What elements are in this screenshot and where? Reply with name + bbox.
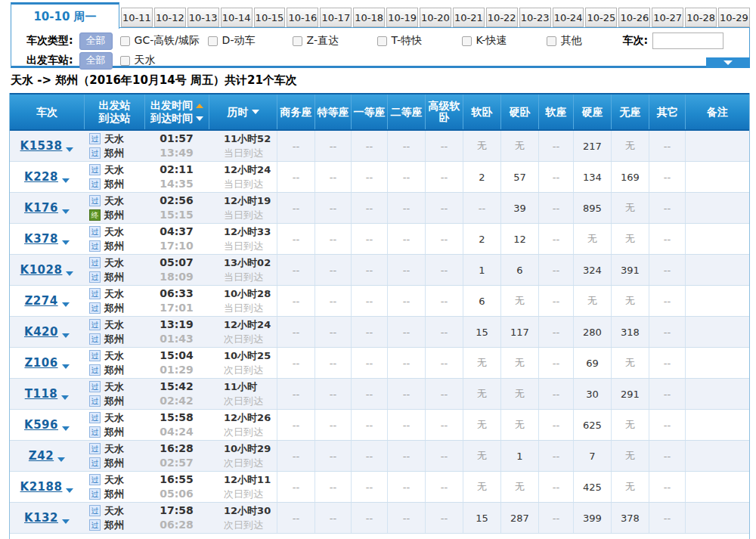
train-number-link[interactable]: K1538 (20, 139, 63, 153)
seat-avail-cell: -- (649, 441, 685, 471)
train-number-link[interactable]: K420 (24, 325, 58, 339)
expand-caret-icon[interactable] (57, 457, 65, 462)
seat-avail-cell: -- (538, 410, 573, 440)
date-tab[interactable]: 10-14 (221, 8, 253, 27)
train-type-option[interactable]: GC-高铁/城际 (120, 34, 208, 48)
date-tab-selected[interactable]: 10-10 周一 (11, 2, 119, 29)
checkbox-icon[interactable] (547, 36, 556, 46)
checkbox-icon[interactable] (377, 36, 387, 46)
to-station-badge: 终 (89, 209, 101, 221)
seat-avail-cell: -- (649, 472, 685, 502)
expand-caret-icon[interactable] (66, 147, 73, 152)
date-tab[interactable]: 10-17 (320, 8, 352, 27)
train-type-option[interactable]: 其他 (547, 34, 610, 48)
expand-caret-icon[interactable] (62, 302, 70, 307)
date-tab[interactable]: 10-23 (519, 8, 551, 27)
arrival-day-note: 次日到达 (224, 363, 277, 377)
station-option[interactable]: 天水 (120, 54, 208, 67)
train-cell: K176 (10, 193, 84, 223)
date-tab[interactable]: 10-16 (287, 8, 318, 27)
time-cell: 02:56 15:15 (144, 193, 209, 223)
date-tab[interactable]: 10-18 (353, 8, 385, 27)
expand-caret-icon[interactable] (62, 240, 70, 245)
to-station-badge: 过 (89, 457, 101, 469)
from-station-badge: 过 (89, 257, 101, 268)
date-tab[interactable]: 10-24 (553, 8, 584, 27)
train-number-link[interactable]: T118 (25, 387, 58, 401)
to-station-badge: 过 (89, 240, 101, 252)
expand-caret-icon[interactable] (62, 178, 70, 183)
header-time-sort[interactable]: 出发时间 到达时间 (144, 94, 209, 129)
seat-avail-cell: 无 (611, 286, 649, 316)
seat-avail-cell: 无 (500, 286, 538, 316)
from-station: 天水 (104, 132, 124, 146)
date-tab[interactable]: 10-28 (685, 8, 717, 27)
date-tab[interactable]: 10-27 (652, 8, 683, 27)
train-type-option[interactable]: K-快速 (462, 34, 547, 48)
train-type-option-label: Z-直达 (307, 34, 339, 48)
date-tab[interactable]: 10-21 (453, 8, 485, 27)
train-type-option[interactable]: T-特快 (377, 34, 462, 48)
station-all-button[interactable]: 全部 (79, 52, 113, 70)
train-number-link[interactable]: Z42 (29, 449, 54, 463)
station-cell: 过天水 过郑州 (84, 348, 144, 378)
train-number-input[interactable] (652, 33, 723, 49)
train-number-link[interactable]: Z106 (24, 356, 57, 370)
checkbox-icon[interactable] (120, 36, 130, 46)
expand-caret-icon[interactable] (62, 209, 70, 214)
seat-avail-cell: 无 (500, 131, 538, 161)
expand-caret-icon[interactable] (62, 426, 70, 431)
expand-caret-icon[interactable] (62, 333, 70, 338)
date-tab[interactable]: 10-26 (618, 8, 650, 27)
header-seat-class: 商务座 (277, 94, 314, 129)
date-tab[interactable]: 10-13 (187, 8, 219, 27)
arrival-day-note: 次日到达 (224, 518, 277, 532)
expand-caret-icon[interactable] (62, 364, 70, 369)
seat-avail-cell: -- (277, 193, 314, 223)
date-tab[interactable]: 10-19 (386, 8, 418, 27)
seat-avail-cell: 无 (500, 348, 538, 378)
expand-caret-icon[interactable] (66, 271, 73, 276)
train-type-option[interactable]: Z-直达 (293, 34, 377, 48)
train-number-link[interactable]: K2188 (20, 480, 63, 494)
station-options: 天水 (120, 54, 208, 67)
date-tab[interactable]: 10-22 (486, 8, 518, 27)
date-tab[interactable]: 10-25 (585, 8, 617, 27)
date-tab[interactable]: 10-12 (154, 8, 186, 27)
departure-time: 15:04 (160, 348, 194, 363)
sort-desc-icon[interactable] (252, 110, 259, 114)
checkbox-icon[interactable] (462, 36, 472, 46)
sort-asc-icon[interactable] (196, 104, 203, 108)
train-type-option-label: GC-高铁/城际 (135, 34, 200, 48)
train-number-link[interactable]: K132 (24, 511, 58, 525)
seat-avail-cell: -- (277, 162, 314, 192)
checkbox-icon[interactable] (120, 56, 130, 66)
date-tab[interactable]: 10-20 (420, 8, 451, 27)
checkbox-icon[interactable] (293, 36, 302, 46)
collapse-filter-button[interactable] (706, 57, 750, 68)
train-number-link[interactable]: K1028 (20, 263, 63, 277)
date-tab[interactable]: 10-29 (718, 8, 750, 27)
to-station: 郑州 (104, 488, 124, 501)
expand-caret-icon[interactable] (66, 488, 73, 493)
sort-desc-icon[interactable] (196, 116, 203, 121)
date-tab[interactable]: 10-15 (254, 8, 286, 27)
train-number-link[interactable]: Z274 (24, 294, 57, 308)
arrival-day-note: 当日到达 (224, 177, 277, 191)
expand-caret-icon[interactable] (62, 519, 70, 524)
duration-value: 10小时29 (224, 441, 277, 456)
train-number-link[interactable]: K378 (24, 232, 58, 246)
seat-avail-cell: -- (649, 224, 685, 254)
date-tab[interactable]: 10-11 (121, 8, 153, 27)
header-duration-sort[interactable]: 历时 (209, 94, 277, 129)
seat-avail-cell: -- (387, 162, 425, 192)
train-number-link[interactable]: K596 (24, 418, 58, 432)
train-type-option[interactable]: D-动车 (208, 34, 293, 48)
checkbox-icon[interactable] (208, 36, 218, 46)
train-type-all-button[interactable]: 全部 (79, 33, 113, 50)
header-seat-class: 其它 (649, 94, 685, 129)
train-number-link[interactable]: K228 (24, 170, 58, 184)
expand-caret-icon[interactable] (61, 395, 69, 400)
seat-avail-cell: -- (351, 348, 387, 378)
train-number-link[interactable]: K176 (24, 201, 58, 215)
